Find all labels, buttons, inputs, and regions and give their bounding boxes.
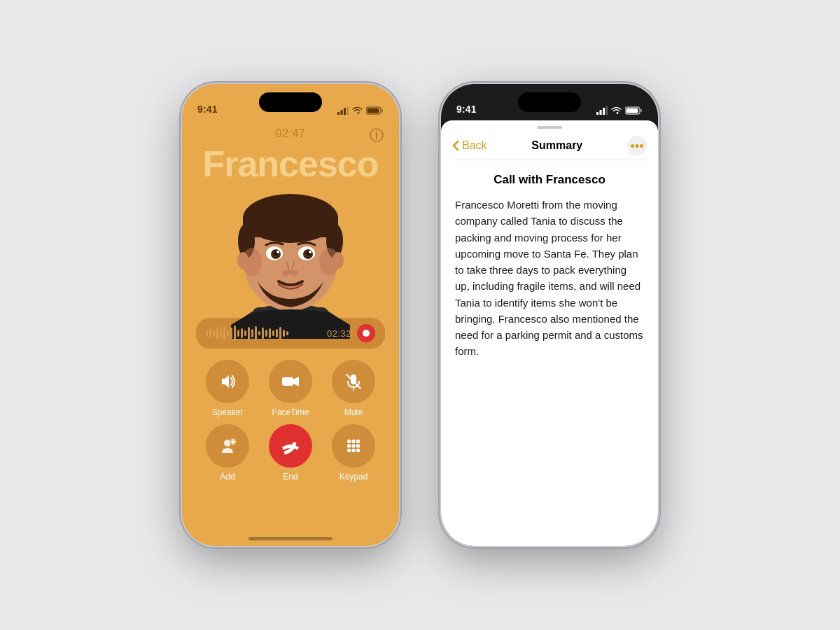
- add-icon: [218, 436, 237, 456]
- right-iphone: 9:41: [441, 84, 658, 546]
- facetime-circle: [269, 360, 312, 403]
- svg-rect-2: [344, 108, 346, 115]
- svg-rect-29: [282, 377, 293, 386]
- status-icons-right: [596, 106, 643, 115]
- svg-rect-43: [347, 449, 351, 452]
- facetime-icon: [281, 372, 300, 391]
- wifi-icon: [352, 106, 363, 115]
- svg-rect-38: [352, 440, 356, 443]
- summary-nav: Back Summary: [441, 129, 658, 160]
- add-label: Add: [220, 472, 234, 482]
- svg-rect-47: [600, 110, 602, 115]
- svg-rect-6: [368, 108, 379, 113]
- call-timer: 02:47: [182, 127, 399, 140]
- back-chevron-icon: [452, 140, 459, 151]
- svg-point-26: [290, 270, 299, 276]
- home-indicator-right: [507, 537, 592, 540]
- svg-rect-41: [352, 444, 356, 448]
- svg-rect-45: [356, 449, 360, 452]
- back-label: Back: [462, 139, 487, 152]
- waveform: [206, 325, 321, 342]
- keypad-circle: [332, 424, 375, 468]
- mute-button[interactable]: Mute: [332, 360, 375, 417]
- svg-rect-42: [356, 444, 360, 448]
- keypad-button[interactable]: Keypad: [332, 424, 375, 482]
- dynamic-island-right: [518, 92, 581, 112]
- end-call-icon: [279, 435, 302, 457]
- keypad-label: Keypad: [340, 472, 368, 482]
- speaker-button[interactable]: Speaker: [206, 360, 249, 417]
- add-button[interactable]: Add: [206, 424, 249, 482]
- facetime-label: FaceTime: [272, 407, 309, 417]
- svg-rect-48: [603, 108, 605, 115]
- svg-point-25: [282, 270, 290, 276]
- end-label: End: [283, 472, 298, 482]
- nav-title: Summary: [531, 139, 582, 152]
- mute-icon: [344, 372, 363, 391]
- speaker-icon: [218, 372, 237, 391]
- speaker-label: Speaker: [212, 407, 244, 417]
- svg-rect-0: [337, 112, 340, 115]
- info-icon[interactable]: ⓘ: [370, 126, 386, 143]
- more-icon: [631, 144, 643, 148]
- status-icons-left: [337, 106, 384, 115]
- more-button[interactable]: [627, 136, 647, 155]
- svg-rect-49: [606, 106, 608, 115]
- svg-rect-46: [596, 112, 598, 115]
- signal-icon: [337, 106, 349, 115]
- svg-rect-39: [356, 440, 360, 443]
- summary-call-title: Call with Francesco: [455, 173, 644, 187]
- left-iphone: 9:41 ⓘ 02:47 Fra: [182, 84, 399, 546]
- svg-rect-3: [347, 106, 349, 115]
- battery-icon: [366, 106, 384, 115]
- status-time-right: 9:41: [456, 104, 477, 115]
- keypad-icon: [344, 436, 363, 456]
- svg-point-23: [276, 251, 279, 253]
- summary-body: Call with Francesco Francesco Moretti fr…: [441, 160, 658, 546]
- svg-rect-5: [382, 109, 383, 112]
- end-button[interactable]: End: [269, 424, 312, 482]
- record-button[interactable]: [357, 324, 375, 342]
- btn-row-2: Add End: [196, 424, 385, 482]
- svg-rect-52: [626, 108, 638, 113]
- btn-row-1: Speaker FaceTime: [196, 360, 385, 417]
- svg-point-54: [636, 144, 639, 148]
- facetime-button[interactable]: FaceTime: [269, 360, 312, 417]
- memoji-container: [182, 178, 399, 339]
- svg-point-27: [237, 252, 248, 269]
- mute-label: Mute: [344, 407, 363, 417]
- svg-rect-51: [640, 109, 642, 112]
- svg-point-28: [332, 252, 344, 269]
- svg-rect-40: [347, 444, 351, 448]
- svg-rect-44: [352, 449, 356, 452]
- svg-rect-12: [243, 216, 338, 237]
- svg-point-53: [631, 144, 634, 148]
- svg-point-24: [309, 251, 312, 253]
- end-circle: [269, 424, 312, 468]
- status-time-left: 9:41: [197, 104, 218, 115]
- recording-time: 02:32: [327, 328, 351, 339]
- home-indicator-left: [248, 537, 332, 540]
- mute-circle: [332, 360, 375, 403]
- battery-icon-right: [625, 106, 643, 115]
- dynamic-island-left: [259, 92, 322, 112]
- summary-card: Back Summary Call with Francesco Frances…: [441, 120, 658, 546]
- svg-point-55: [640, 144, 643, 148]
- svg-rect-1: [341, 110, 343, 115]
- svg-rect-37: [347, 440, 351, 443]
- memoji-avatar: [217, 178, 364, 339]
- call-buttons: Speaker FaceTime: [182, 360, 399, 503]
- add-circle: [206, 424, 249, 468]
- summary-text: Francesco Moretti from the moving compan…: [455, 197, 644, 360]
- back-button[interactable]: Back: [452, 139, 487, 152]
- speaker-circle: [206, 360, 249, 403]
- wifi-icon-right: [611, 106, 622, 115]
- signal-icon-right: [596, 106, 608, 115]
